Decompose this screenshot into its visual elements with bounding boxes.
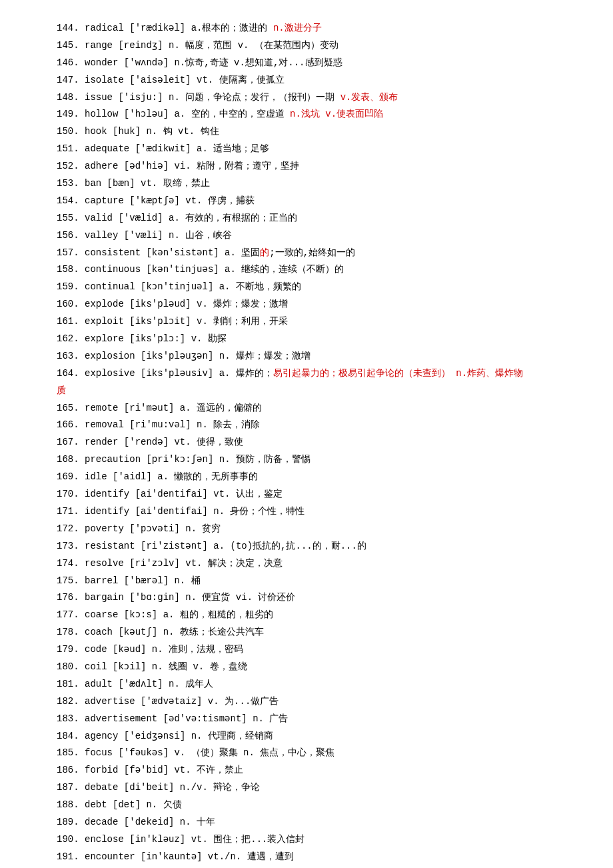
entry-text: render ['rendə] vt. 使得，致使	[85, 437, 243, 447]
vocab-entry: 145. range [reindʒ] n. 幅度，范围 v. （在某范围内）变…	[57, 37, 556, 55]
entry-number: 166.	[57, 419, 85, 430]
vocab-entry: 164. explosive [iks'pləusiv] a. 爆炸的；易引起暴…	[57, 365, 556, 383]
vocab-entry: 148. issue ['isju:] n. 问题，争论点；发行，（报刊）一期 …	[57, 89, 556, 107]
entry-text: issue ['isju:] n. 问题，争论点；发行，（报刊）一期	[85, 92, 334, 103]
entry-text: valley ['væli] n. 山谷，峡谷	[85, 230, 232, 241]
vocab-entry: 152. adhere [əd'hiə] vi. 粘附，附着；遵守，坚持	[57, 158, 556, 175]
entry-text: isolate ['aisəleit] vt. 使隔离，使孤立	[85, 75, 285, 85]
entry-number: 183.	[57, 713, 85, 724]
entry-number: 178.	[57, 627, 85, 637]
vocab-entry: 172. poverty ['pɔvəti] n. 贫穷	[57, 521, 556, 538]
vocab-entry: 146. wonder ['wʌndə] n.惊奇,奇迹 v.想知道,对...感…	[57, 55, 556, 72]
entry-number: 167.	[57, 437, 85, 447]
vocab-entry: 151. adequate ['ædikwit] a. 适当地；足够	[57, 141, 556, 158]
entry-number: 180.	[57, 661, 85, 672]
entry-text: advertisement [əd'və:tismənt] n. 广告	[85, 713, 288, 724]
entry-number: 160.	[57, 299, 85, 309]
entry-text: explode [iks'pləud] v. 爆炸；爆发；激增	[85, 299, 288, 309]
entry-text: continual [kɔn'tinjuəl] a. 不断地，频繁的	[85, 281, 301, 292]
entry-number: 145.	[57, 40, 85, 51]
entry-number: 150.	[57, 126, 85, 137]
vocab-entry: 184. agency ['eidʒənsi] n. 代理商，经销商	[57, 728, 556, 745]
entry-annotation: n.激进分子	[267, 23, 321, 33]
entry-text: identify [ai'dentifai] n. 身份；个性，特性	[85, 506, 305, 517]
vocab-entry: 144. radical ['rædikəl] a.根本的；激进的 n.激进分子	[57, 20, 556, 37]
vocab-entry: 154. capture ['kæptʃə] vt. 俘虏，捕获	[57, 193, 556, 210]
vocab-entry: 186. forbid [fə'bid] vt. 不许，禁止	[57, 762, 556, 779]
entry-text: explosion [iks'pləuʒən] n. 爆炸；爆发；激增	[85, 351, 310, 361]
entry-number: 158.	[57, 264, 85, 275]
entry-text: adhere [əd'hiə] vi. 粘附，附着；遵守，坚持	[85, 161, 299, 171]
entry-text: remote [ri'məut] a. 遥远的，偏僻的	[85, 403, 262, 413]
entry-text: explore [iks'plɔ:] v. 勘探	[85, 333, 227, 344]
vocab-entry: 171. identify [ai'dentifai] n. 身份；个性，特性	[57, 503, 556, 521]
entry-text: precaution [pri'kɔ:ʃən] n. 预防，防备，警惕	[85, 454, 310, 465]
entry-number: 161.	[57, 316, 85, 327]
entry-text: adult ['ædʌlt] n. 成年人	[85, 679, 213, 689]
vocab-entry: 180. coil [kɔil] n. 线圈 v. 卷，盘绕	[57, 659, 556, 676]
entry-text: consistent [kən'sistənt] a. 坚固	[85, 247, 260, 258]
entry-number: 190.	[57, 834, 85, 845]
vocab-entry: 147. isolate ['aisəleit] vt. 使隔离，使孤立	[57, 72, 556, 89]
vocab-entry: 175. barrel ['bærəl] n. 桶	[57, 573, 556, 590]
entry-number: 169.	[57, 471, 85, 482]
entry-number: 187.	[57, 782, 85, 793]
vocab-entry: 167. render ['rendə] vt. 使得，致使	[57, 434, 556, 451]
entry-text: code [kəud] n. 准则，法规，密码	[85, 644, 243, 655]
entry-number: 163.	[57, 351, 85, 361]
entry-number: 159.	[57, 281, 85, 292]
entry-number: 146.	[57, 57, 85, 68]
entry-text: ban [bæn] vt. 取缔，禁止	[85, 178, 210, 189]
vocab-entry: 158. continuous [kən'tinjuəs] a. 继续的，连续（…	[57, 261, 556, 279]
entry-text: encounter [in'kauntə] vt./n. 遭遇，遭到	[85, 851, 294, 862]
vocabulary-list: 144. radical ['rædikəl] a.根本的；激进的 n.激进分子…	[57, 20, 556, 866]
entry-text: resolve [ri'zɔlv] vt. 解决；决定，决意	[85, 558, 283, 569]
vocab-entry: 163. explosion [iks'pləuʒən] n. 爆炸；爆发；激增	[57, 348, 556, 365]
entry-number: 170.	[57, 489, 85, 499]
vocab-entry: 183. advertisement [əd'və:tismənt] n. 广告	[57, 711, 556, 728]
vocab-entry: 173. resistant [ri'zistənt] a. (to)抵抗的,抗…	[57, 538, 556, 555]
entry-number: 144.	[57, 23, 85, 33]
entry-text: poverty ['pɔvəti] n. 贫穷	[85, 523, 221, 534]
entry-number: 191.	[57, 851, 85, 862]
entry-annotation: 易引起暴力的；极易引起争论的（未查到） n.炸药、爆炸物	[273, 368, 523, 379]
vocab-entry: 170. identify [ai'dentifai] vt. 认出，鉴定	[57, 486, 556, 503]
vocab-entry: 162. explore [iks'plɔ:] v. 勘探	[57, 331, 556, 348]
entry-text: identify [ai'dentifai] vt. 认出，鉴定	[85, 489, 283, 499]
entry-text: capture ['kæptʃə] vt. 俘虏，捕获	[85, 195, 255, 206]
vocab-entry: 177. coarse [kɔ:s] a. 粗的，粗糙的，粗劣的	[57, 607, 556, 624]
vocab-entry: 165. remote [ri'məut] a. 遥远的，偏僻的	[57, 400, 556, 417]
entry-number: 156.	[57, 230, 85, 241]
entry-text: advertise ['ædvətaiz] v. 为...做广告	[85, 696, 279, 707]
entry-annotation: 的	[260, 247, 269, 258]
vocab-entry: 190. enclose [in'kləuz] vt. 围住；把...装入信封	[57, 831, 556, 849]
entry-text: exploit [iks'plɔit] v. 剥削；利用，开采	[85, 316, 288, 327]
vocab-entry: 187. debate [di'beit] n./v. 辩论，争论	[57, 779, 556, 797]
entry-text: wonder ['wʌndə] n.惊奇,奇迹 v.想知道,对...感到疑惑	[85, 57, 342, 68]
entry-text: hook [huk] n. 钩 vt. 钩住	[85, 126, 219, 137]
vocab-entry: 质	[57, 383, 556, 400]
entry-number: 172.	[57, 523, 85, 534]
vocab-entry: 168. precaution [pri'kɔ:ʃən] n. 预防，防备，警惕	[57, 451, 556, 469]
entry-number: 155.	[57, 213, 85, 223]
vocab-entry: 149. hollow ['hɔləu] a. 空的，中空的，空虚道 n.浅坑 …	[57, 106, 556, 123]
entry-text: coil [kɔil] n. 线圈 v. 卷，盘绕	[85, 661, 247, 672]
entry-text: coach [kəutʃ] n. 教练；长途公共汽车	[85, 627, 264, 637]
entry-number: 154.	[57, 195, 85, 206]
vocab-entry: 182. advertise ['ædvətaiz] v. 为...做广告	[57, 693, 556, 711]
entry-number: 189.	[57, 817, 85, 827]
entry-number: 152.	[57, 161, 85, 171]
vocab-entry: 185. focus ['fəukəs] v. （使）聚集 n. 焦点，中心，聚…	[57, 745, 556, 762]
entry-text: range [reindʒ] n. 幅度，范围 v. （在某范围内）变动	[85, 40, 338, 51]
entry-number: 165.	[57, 403, 85, 413]
vocab-entry: 159. continual [kɔn'tinjuəl] a. 不断地，频繁的	[57, 279, 556, 296]
entry-number: 168.	[57, 454, 85, 465]
entry-number: 182.	[57, 696, 85, 707]
vocab-entry: 188. debt [det] n. 欠债	[57, 797, 556, 814]
entry-number: 181.	[57, 679, 85, 689]
entry-number: 157.	[57, 247, 85, 258]
entry-text: forbid [fə'bid] vt. 不许，禁止	[85, 765, 243, 775]
entry-number: 176.	[57, 592, 85, 603]
entry-number: 184.	[57, 731, 85, 741]
entry-number: 151.	[57, 143, 85, 154]
